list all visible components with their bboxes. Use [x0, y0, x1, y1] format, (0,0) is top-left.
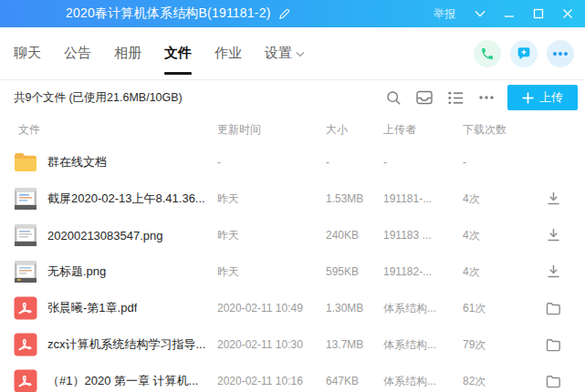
new-message-button[interactable]	[510, 40, 538, 67]
open-folder-icon[interactable]	[545, 373, 561, 389]
header-updated: 更新时间	[217, 122, 326, 138]
search-icon[interactable]	[385, 89, 402, 106]
file-count-summary: 共9个文件 (已使用21.6MB/10GB)	[14, 90, 183, 106]
more-dots-icon[interactable]	[478, 89, 495, 106]
header-size: 大小	[326, 122, 383, 138]
pdf-icon	[13, 332, 38, 357]
inbox-icon[interactable]	[416, 89, 433, 106]
header-uploader: 上传者	[383, 122, 463, 138]
list-view-icon[interactable]	[447, 89, 464, 106]
file-toolbar: 共9个文件 (已使用21.6MB/10GB) 上传	[0, 80, 585, 115]
more-dots-icon	[552, 51, 569, 57]
close-button[interactable]	[558, 4, 578, 24]
chevron-down-icon[interactable]	[470, 4, 490, 24]
table-row[interactable]: zcx计算机系统结构学习指导... 2020-02-11 10:30 13.7M…	[0, 326, 585, 363]
plus-icon	[522, 92, 534, 104]
table-row[interactable]: 截屏2020-02-13上午8.41.36... 昨天 1.53MB 19118…	[0, 181, 585, 217]
table-header: 文件 更新时间 大小 上传者 下载次数	[0, 115, 585, 144]
table-row[interactable]: 张晨曦-第1章.pdf 2020-02-11 10:49 1.30MB 体系结构…	[0, 290, 585, 326]
upload-button[interactable]: 上传	[507, 85, 578, 110]
header-file: 文件	[13, 122, 217, 138]
tab-chat[interactable]: 聊天	[14, 27, 41, 80]
download-icon[interactable]	[545, 191, 561, 207]
tab-homework[interactable]: 作业	[214, 27, 242, 80]
image-thumbnail-icon	[13, 259, 38, 284]
open-folder-icon[interactable]	[545, 336, 561, 353]
report-button[interactable]: 举报	[434, 6, 455, 22]
titlebar: 2020春计算机体系结构B(191181-2) 举报	[0, 0, 585, 27]
folder-icon	[13, 150, 38, 175]
table-row[interactable]: 群在线文档 - - - -	[0, 144, 585, 181]
voice-call-button[interactable]	[474, 40, 501, 67]
window-title: 2020春计算机体系结构B(191181-2)	[66, 5, 271, 22]
table-row[interactable]: （#1）2020 第一章 计算机... 2020-02-11 10:16 647…	[0, 363, 585, 392]
pdf-icon	[13, 295, 38, 321]
message-plus-icon	[516, 46, 532, 62]
tab-album[interactable]: 相册	[114, 27, 141, 80]
open-folder-icon[interactable]	[545, 300, 561, 316]
image-thumbnail-icon	[13, 186, 38, 211]
edit-title-icon[interactable]	[277, 6, 292, 21]
tabbar: 聊天 公告 相册 文件 作业 设置	[0, 27, 585, 80]
table-row[interactable]: 无标题.png 昨天 595KB 191182-... 4次	[0, 253, 585, 290]
image-thumbnail-icon	[13, 222, 38, 248]
download-icon[interactable]	[545, 263, 561, 280]
tab-announcement[interactable]: 公告	[64, 27, 91, 80]
minimize-button[interactable]	[499, 4, 519, 24]
pdf-icon	[13, 368, 38, 392]
maximize-button[interactable]	[528, 4, 548, 24]
tab-files[interactable]: 文件	[164, 27, 192, 80]
more-actions-button[interactable]	[547, 40, 574, 67]
download-icon[interactable]	[545, 227, 561, 243]
header-downloads: 下载次数	[463, 122, 514, 138]
chevron-down-icon	[296, 51, 305, 57]
table-row[interactable]: 20200213083547.png 昨天 240KB 191183 ... 4…	[0, 217, 585, 253]
file-list: 群在线文档 - - - - 截屏2020-02-13上午8.41.36... 昨…	[0, 144, 585, 392]
group-file-window: 2020春计算机体系结构B(191181-2) 举报 聊天 公告	[0, 0, 585, 392]
phone-icon	[480, 46, 495, 61]
tab-settings[interactable]: 设置	[265, 27, 305, 80]
